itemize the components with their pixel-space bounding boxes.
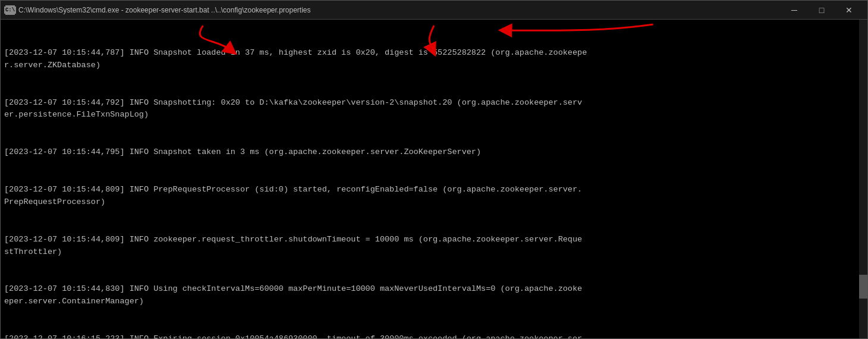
log-line-4: [2023-12-07 10:15:44,809] INFO PrepReque… [4, 184, 864, 209]
close-button[interactable]: ✕ [835, 1, 863, 20]
title-bar: C:\ C:\Windows\System32\cmd.exe - zookee… [1, 1, 867, 20]
log-line-7: [2023-12-07 10:16:15,223] INFO Expiring … [4, 333, 864, 338]
window-controls: ─ □ ✕ [781, 1, 863, 20]
cmd-window: C:\ C:\Windows\System32\cmd.exe - zookee… [0, 0, 868, 339]
log-line-6: [2023-12-07 10:15:44,830] INFO Using che… [4, 283, 864, 308]
log-line-1: [2023-12-07 10:15:44,787] INFO Snapshot … [4, 47, 864, 72]
log-line-5: [2023-12-07 10:15:44,809] INFO zookeeper… [4, 234, 864, 259]
log-line-2: [2023-12-07 10:15:44,792] INFO Snapshott… [4, 97, 864, 122]
title-bar-left: C:\ C:\Windows\System32\cmd.exe - zookee… [5, 5, 311, 15]
scrollbar-thumb[interactable] [859, 275, 867, 299]
minimize-button[interactable]: ─ [781, 1, 808, 20]
console-output: [2023-12-07 10:15:44,787] INFO Snapshot … [4, 22, 864, 338]
window-title: C:\Windows\System32\cmd.exe - zookeeper-… [18, 6, 311, 14]
console-area: [2023-12-07 10:15:44,787] INFO Snapshot … [1, 20, 867, 338]
cmd-icon: C:\ [5, 5, 15, 15]
log-line-3: [2023-12-07 10:15:44,795] INFO Snapshot … [4, 146, 864, 159]
scrollbar[interactable] [859, 20, 867, 338]
maximize-button[interactable]: □ [808, 1, 835, 20]
